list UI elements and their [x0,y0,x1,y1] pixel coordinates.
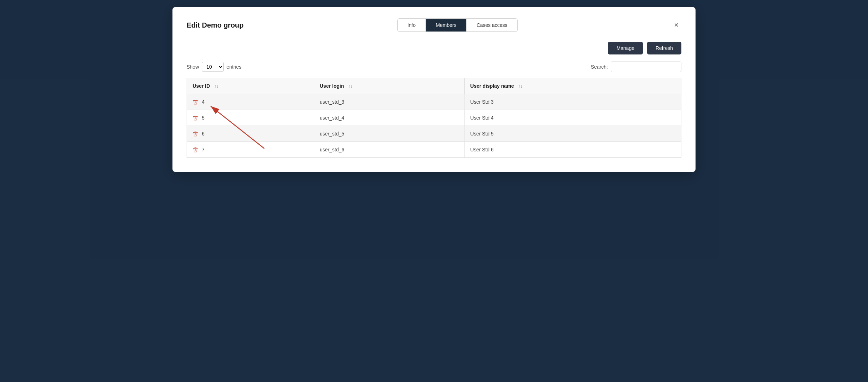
tab-members[interactable]: Members [426,19,467,31]
user-id-value: 7 [202,147,205,152]
cell-user-id: 7 [187,142,314,158]
table-row: 4user_std_3User Std 3 [187,94,681,110]
delete-member-button[interactable] [193,147,198,152]
cell-user-login: user_std_6 [314,142,464,158]
search-input[interactable] [611,62,681,72]
table-header-row: User ID ↑↓ User login ↑↓ User display na… [187,78,681,94]
search-group: Search: [591,62,681,72]
show-entries-control: Show 10 25 50 100 entries [187,62,241,72]
modal-title: Edit Demo group [187,21,244,29]
modal-backdrop: Edit Demo group Info Members Cases acces… [0,0,868,382]
table-row: 5user_std_4User Std 4 [187,110,681,126]
members-table: User ID ↑↓ User login ↑↓ User display na… [187,78,681,158]
sort-user-display-name-icon[interactable]: ↑↓ [518,84,522,89]
col-header-user-login[interactable]: User login ↑↓ [314,78,464,94]
cell-user-display-name: User Std 6 [464,142,681,158]
table-row: 6user_std_5User Std 5 [187,126,681,142]
sort-user-id-icon[interactable]: ↑↓ [214,84,218,89]
refresh-button[interactable]: Refresh [647,42,681,54]
delete-member-button[interactable] [193,99,198,105]
entries-label: entries [227,64,241,70]
close-button[interactable]: × [671,20,681,30]
cell-user-display-name: User Std 4 [464,110,681,126]
delete-member-button[interactable] [193,115,198,121]
search-label: Search: [591,64,608,70]
tab-group: Info Members Cases access [397,18,518,32]
manage-button[interactable]: Manage [608,42,643,54]
delete-member-button[interactable] [193,131,198,137]
cell-user-login: user_std_3 [314,94,464,110]
tab-cases-access[interactable]: Cases access [467,19,517,31]
edit-group-modal: Edit Demo group Info Members Cases acces… [172,7,696,172]
show-label: Show [187,64,199,70]
table-body: 4user_std_3User Std 3 5user_std_4User St… [187,94,681,158]
table-wrapper: User ID ↑↓ User login ↑↓ User display na… [187,78,681,158]
cell-user-display-name: User Std 3 [464,94,681,110]
sort-user-login-icon[interactable]: ↑↓ [348,84,352,89]
cell-user-id: 4 [187,94,314,110]
table-controls: Show 10 25 50 100 entries Search: [187,62,681,72]
user-id-value: 4 [202,99,205,105]
entries-select[interactable]: 10 25 50 100 [202,62,224,72]
cell-user-login: user_std_4 [314,110,464,126]
action-toolbar: Manage Refresh [187,42,681,54]
modal-header: Edit Demo group Info Members Cases acces… [187,18,681,32]
cell-user-display-name: User Std 5 [464,126,681,142]
col-header-user-display-name[interactable]: User display name ↑↓ [464,78,681,94]
user-id-value: 5 [202,115,205,121]
cell-user-id: 5 [187,110,314,126]
tab-info[interactable]: Info [398,19,426,31]
cell-user-login: user_std_5 [314,126,464,142]
table-row: 7user_std_6User Std 6 [187,142,681,158]
col-header-user-id[interactable]: User ID ↑↓ [187,78,314,94]
cell-user-id: 6 [187,126,314,142]
user-id-value: 6 [202,131,205,137]
